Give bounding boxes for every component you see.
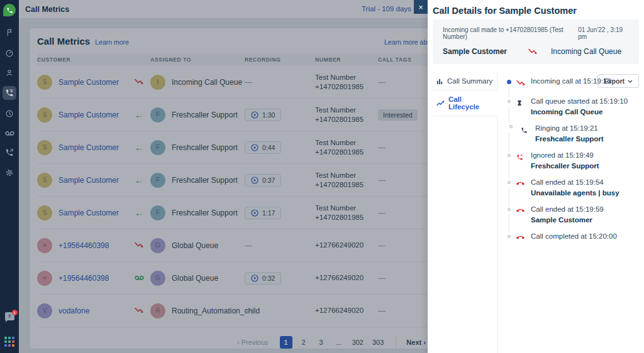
recording-empty: —	[245, 78, 252, 87]
customer-avatar: +	[37, 271, 52, 286]
recording-player[interactable]: 1:30	[245, 109, 281, 121]
page-3-button[interactable]: 3	[315, 336, 328, 349]
assigned-name: Freshcaller Support	[172, 143, 238, 152]
recent-calls-icon[interactable]	[4, 109, 14, 119]
customer-link[interactable]: +19564460398	[58, 274, 109, 283]
trial-link[interactable]: Trial - 109 days	[362, 5, 411, 13]
previous-page-button[interactable]: ‹ Previous	[237, 339, 269, 346]
lifecycle-icon	[436, 100, 445, 106]
recording-player[interactable]: 1:17	[245, 207, 281, 219]
contacts-icon[interactable]	[4, 68, 14, 78]
call-metrics-icon[interactable]	[3, 86, 16, 100]
panel-title: Call Details for Sample Customer	[433, 6, 639, 16]
call-tags: —	[378, 143, 386, 152]
number-value: +12766249020	[315, 306, 378, 315]
number-name: Test Number	[315, 171, 378, 180]
assigned-avatar: F	[150, 140, 165, 155]
recording-player[interactable]: 0:44	[245, 141, 281, 154]
tab-call-lifecycle[interactable]: Call Lifecycle	[433, 90, 497, 116]
help-badge: 1	[12, 310, 18, 315]
recording-empty: —	[245, 241, 252, 250]
number-name: Test Number	[315, 138, 378, 148]
missed-call-icon	[135, 307, 150, 314]
number-value: +14702801985	[315, 180, 378, 190]
col-recording: RECORDING	[245, 57, 315, 63]
incoming-call-icon: ←	[135, 210, 150, 216]
page-title: Call Metrics	[25, 5, 69, 14]
customer-link[interactable]: Sample Customer	[58, 78, 119, 87]
call-tag-badge: Interested	[378, 109, 418, 121]
page-302-button[interactable]: 302	[350, 336, 365, 349]
incoming-call-icon: ←	[135, 144, 150, 151]
app-sidebar: ? 1	[0, 0, 19, 353]
missed-call-icon	[528, 48, 537, 55]
timeline-event: Call completed at 15:20:00	[506, 232, 639, 244]
settings-gear-icon[interactable]	[4, 168, 14, 178]
call-end-icon	[516, 232, 526, 244]
call-details-panel: Call Details for Sample Customer Incomin…	[428, 0, 644, 353]
incoming-call-icon: ←	[135, 177, 150, 183]
assigned-name: Global Queue	[172, 241, 218, 250]
close-panel-button[interactable]: ×	[414, 0, 428, 14]
customer-avatar: S	[37, 107, 52, 122]
learn-more-link[interactable]: Learn more	[95, 38, 129, 46]
assigned-name: Incoming Call Queue	[172, 78, 242, 87]
hourglass-icon	[516, 97, 526, 116]
recording-player[interactable]: 0:37	[245, 174, 281, 187]
call-direction-text: Incoming call made to +14702801985 (Test…	[443, 26, 578, 40]
phone-transfer-icon[interactable]	[4, 148, 14, 158]
recording-player[interactable]: 0:32	[245, 272, 281, 285]
help-icon[interactable]: ? 1	[5, 312, 14, 320]
page-ellipsis: ...	[333, 336, 345, 349]
ignored-call-icon	[516, 151, 526, 170]
voicemail-call-icon	[135, 275, 150, 281]
customer-link[interactable]: Sample Customer	[58, 143, 119, 152]
voicemail-icon[interactable]	[4, 128, 14, 138]
call-tags: —	[378, 78, 386, 87]
flag-icon[interactable]	[4, 28, 14, 38]
col-number: NUMBER	[315, 57, 378, 63]
assigned-avatar: G	[150, 238, 165, 253]
call-summary-card: Incoming call made to +14702801985 (Test…	[433, 19, 639, 64]
assigned-name: Freshcaller Support	[172, 111, 238, 119]
customer-avatar: S	[37, 205, 52, 220]
customer-avatar: S	[37, 75, 52, 90]
assigned-avatar: G	[150, 271, 165, 286]
assigned-avatar: I	[150, 75, 165, 90]
customer-link[interactable]: Sample Customer	[58, 111, 119, 119]
customer-link[interactable]: Sample Customer	[58, 176, 119, 185]
call-tags: —	[378, 241, 386, 250]
number-value: +14702801985	[315, 115, 378, 124]
page-1-button[interactable]: 1	[280, 336, 292, 349]
customer-link[interactable]: vodafone	[58, 307, 89, 315]
number-name: Test Number	[315, 204, 378, 213]
missed-call-icon	[135, 79, 150, 85]
timeline-event: Ignored at 15:19:49Freshcaller Support	[506, 151, 639, 170]
recording-empty: —	[245, 307, 252, 315]
recording-duration: 1:30	[262, 111, 275, 119]
missed-call-icon	[135, 242, 150, 249]
timeline-event: Incoming call at 15:19:10	[506, 77, 639, 89]
tab-call-summary[interactable]: Call Summary	[433, 72, 497, 90]
freshcaller-logo-icon[interactable]	[3, 4, 16, 16]
call-timestamp: 01 Jun'22 , 3:19 pm	[578, 26, 629, 40]
customer-link[interactable]: +19564460398	[58, 241, 109, 250]
timeline-event: Call queue started at 15:19:10Incoming C…	[506, 97, 639, 116]
customer-link[interactable]: Sample Customer	[58, 209, 119, 217]
card-title: Call Metrics	[37, 36, 90, 46]
panel-customer-name: Sample Customer	[443, 47, 507, 56]
number-value: +12766249020	[315, 241, 378, 250]
page-2-button[interactable]: 2	[297, 336, 310, 349]
next-page-button[interactable]: Next ›	[406, 339, 426, 346]
customer-avatar: V	[37, 303, 52, 318]
call-tags: —	[378, 209, 386, 217]
panel-tabs: Call Summary Call Lifecycle	[433, 72, 497, 353]
page-303-button[interactable]: 303	[370, 336, 386, 349]
call-end-icon	[516, 205, 526, 224]
number-value: +14702801985	[315, 213, 378, 222]
assigned-avatar: F	[150, 205, 165, 220]
customer-avatar: S	[37, 140, 52, 155]
app-switcher-icon[interactable]	[4, 337, 14, 347]
assigned-avatar: F	[150, 173, 165, 188]
dashboard-icon[interactable]	[4, 48, 14, 58]
